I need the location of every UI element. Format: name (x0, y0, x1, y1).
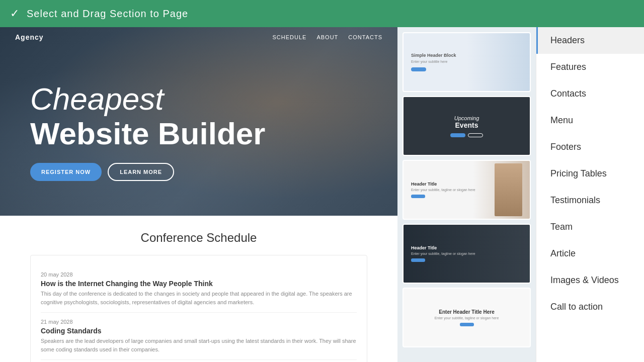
schedule-event-title-1: How is the Internet Changing the Way Peo… (41, 280, 357, 288)
thumbnail-image-3: Header Title Enter your subtitle, taglin… (404, 161, 530, 219)
content-section: Conference Schedule 20 may 2028 How is t… (0, 216, 397, 362)
category-item-menu[interactable]: Menu (536, 107, 644, 134)
schedule-card: 20 may 2028 How is the Internet Changing… (30, 255, 367, 362)
category-item-images-videos[interactable]: Images & Videos (536, 267, 644, 294)
main-content: Agency SCHEDULE ABOUT CONTACTS Cheapest … (0, 27, 644, 362)
category-item-testimonials[interactable]: Testimonials (536, 187, 644, 214)
thumbnails-column[interactable]: Simple Header Block Enter your subtitle … (397, 27, 536, 362)
learn-more-button[interactable]: LEARN MORE (108, 163, 174, 181)
thumbnail-card-5[interactable]: Enter Header Title Here Enter your subti… (403, 288, 531, 347)
schedule-item-2: 21 may 2028 Coding Standards Speakers ar… (41, 313, 357, 360)
schedule-event-title-2: Coding Standards (41, 327, 357, 335)
page-wrapper: ✓ Select and Drag Section to Page Agency… (0, 0, 644, 362)
nav-link-schedule[interactable]: SCHEDULE (273, 34, 307, 40)
category-item-call-to-action[interactable]: Call to action (536, 294, 644, 320)
thumb-1-subtitle: Enter your subtitle here (411, 60, 522, 63)
thumb-5-btn (460, 323, 474, 326)
category-column: Headers Features Contacts Menu Footers P… (536, 27, 644, 362)
thumb-3-btn (411, 195, 425, 198)
thumb-2-title: Upcoming (454, 115, 479, 121)
category-item-footers[interactable]: Footers (536, 134, 644, 160)
thumb-5-title: Enter Header Title Here (439, 309, 494, 315)
nav-link-contacts[interactable]: CONTACTS (348, 34, 382, 40)
thumb-4-subtitle: Enter your subtitle, tagline or slogan h… (411, 252, 522, 255)
thumb-2-buttons (450, 133, 483, 137)
thumb-2-btn1 (450, 133, 465, 137)
thumb-3-person (495, 163, 522, 216)
category-item-team[interactable]: Team (536, 214, 644, 240)
thumbnail-card-1[interactable]: Simple Header Block Enter your subtitle … (403, 32, 531, 92)
thumbnail-image-2: Upcoming Events (404, 97, 530, 155)
thumb-2-subtitle: Events (455, 121, 478, 129)
hero-brand: Agency (15, 33, 44, 41)
hero-content: Cheapest Website Builder REGISTER NOW LE… (30, 62, 265, 180)
right-panel: Simple Header Block Enter your subtitle … (397, 27, 644, 362)
thumbnail-image-4: Header Title Enter your subtitle, taglin… (404, 225, 530, 283)
nav-link-about[interactable]: ABOUT (316, 34, 338, 40)
thumb-4-title: Header Title (411, 245, 522, 250)
thumb-1-btn (411, 67, 426, 71)
category-item-pricing-tables[interactable]: Pricing Tables (536, 160, 644, 187)
category-item-headers[interactable]: Headers (536, 27, 644, 54)
section-title: Conference Schedule (30, 231, 367, 245)
category-item-article[interactable]: Article (536, 240, 644, 267)
thumbnail-image-1: Simple Header Block Enter your subtitle … (404, 33, 530, 91)
hero-section: Agency SCHEDULE ABOUT CONTACTS Cheapest … (0, 27, 397, 216)
schedule-item-1: 20 may 2028 How is the Internet Changing… (41, 265, 357, 313)
check-icon: ✓ (10, 7, 19, 20)
schedule-date-1: 20 may 2028 (41, 272, 357, 278)
top-bar: ✓ Select and Drag Section to Page (0, 0, 644, 27)
category-item-contacts[interactable]: Contacts (536, 80, 644, 107)
thumb-5-subtitle: Enter your subtitle, tagline or slogan h… (435, 316, 499, 320)
thumb-1-title: Simple Header Block (411, 53, 522, 58)
schedule-item-3: 22 may 2028 Advanced Development Tools W… (41, 360, 357, 362)
hero-title-italic: Cheapest (30, 82, 265, 116)
thumbnail-card-4[interactable]: Header Title Enter your subtitle, taglin… (403, 224, 531, 284)
schedule-date-2: 21 may 2028 (41, 319, 357, 325)
hero-nav-links: SCHEDULE ABOUT CONTACTS (273, 34, 383, 40)
thumb-2-btn2 (468, 133, 483, 137)
category-item-features[interactable]: Features (536, 54, 644, 80)
schedule-desc-1: This day of the conference is dedicated … (41, 290, 357, 306)
hero-nav: Agency SCHEDULE ABOUT CONTACTS (0, 27, 397, 47)
left-panel: Agency SCHEDULE ABOUT CONTACTS Cheapest … (0, 27, 397, 362)
hero-buttons: REGISTER NOW LEARN MORE (30, 163, 265, 181)
thumbnail-card-3[interactable]: Header Title Enter your subtitle, taglin… (403, 160, 531, 220)
thumb-4-btn (411, 258, 425, 262)
schedule-desc-2: Speakers are the lead developers of larg… (41, 337, 357, 353)
register-now-button[interactable]: REGISTER NOW (30, 163, 102, 181)
thumbnail-card-2[interactable]: Upcoming Events (403, 96, 531, 156)
hero-title-bold: Website Builder (30, 117, 265, 151)
thumbnail-image-5: Enter Header Title Here Enter your subti… (404, 289, 530, 346)
top-bar-title: Select and Drag Section to Page (27, 8, 188, 20)
